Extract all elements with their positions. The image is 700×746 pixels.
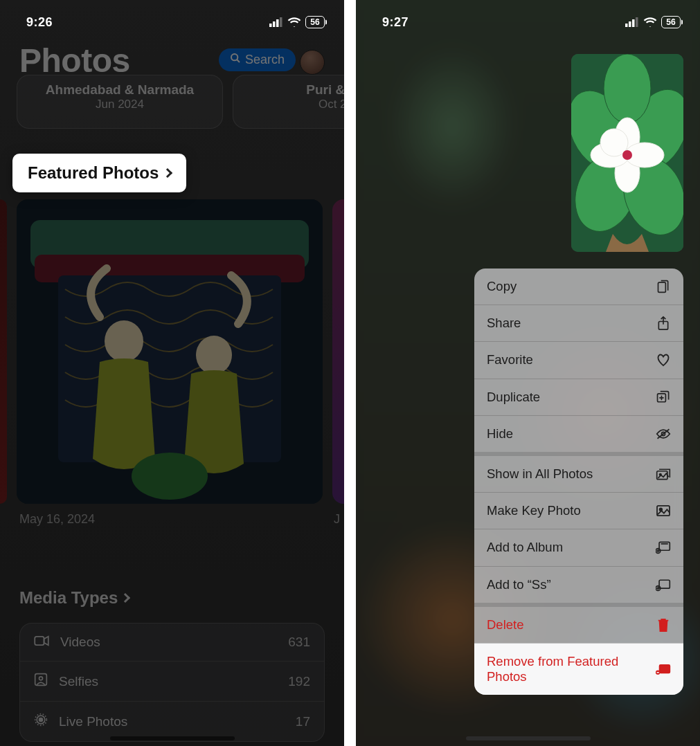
cellular-icon	[269, 17, 283, 27]
context-menu: Copy Share Favorite Duplicate Hide Show …	[474, 269, 683, 695]
status-bar: 9:27 56	[356, 0, 700, 36]
menu-label: Add to Album	[487, 540, 563, 555]
menu-label: Hide	[487, 426, 513, 442]
menu-add-to-ss[interactable]: Add to “Ss”	[474, 566, 683, 603]
menu-label: Remove from Featured Photos	[487, 654, 632, 684]
dim-overlay	[0, 0, 344, 746]
wifi-icon	[287, 17, 301, 27]
menu-share[interactable]: Share	[474, 304, 683, 341]
menu-add-album[interactable]: Add to Album	[474, 529, 683, 565]
trash-icon	[656, 617, 671, 633]
menu-label: Make Key Photo	[487, 503, 581, 518]
menu-favorite[interactable]: Favorite	[474, 341, 683, 378]
share-icon	[656, 316, 671, 331]
menu-label: Copy	[487, 279, 517, 294]
svg-line-39	[658, 429, 670, 439]
eye-off-icon	[656, 426, 671, 442]
album-add-icon	[656, 540, 671, 555]
svg-rect-21	[632, 19, 635, 27]
svg-rect-22	[636, 17, 638, 27]
context-preview-photo[interactable]	[571, 54, 683, 252]
menu-remove-featured[interactable]: Remove from Featured Photos	[474, 643, 683, 695]
chevron-right-icon	[163, 168, 172, 178]
menu-label: Duplicate	[487, 390, 540, 405]
featured-photos-label: Featured Photos	[28, 163, 159, 183]
menu-label: Show in All Photos	[487, 466, 593, 482]
featured-photos-header[interactable]: Featured Photos	[12, 154, 186, 192]
menu-label: Favorite	[487, 352, 533, 367]
menu-label: Share	[487, 316, 521, 331]
heart-icon	[656, 352, 671, 367]
remove-featured-icon	[656, 662, 671, 677]
status-bar: 9:26 56	[0, 0, 344, 36]
photo-icon	[656, 503, 671, 518]
svg-point-34	[622, 150, 632, 160]
svg-rect-46	[659, 580, 670, 588]
home-indicator[interactable]	[466, 736, 591, 740]
status-icons: 56	[625, 16, 681, 28]
stack-icon	[656, 466, 671, 482]
svg-point-28	[604, 54, 651, 123]
svg-rect-48	[660, 665, 670, 673]
battery-indicator: 56	[305, 16, 325, 28]
menu-label: Add to “Ss”	[487, 577, 551, 592]
duplicate-icon	[656, 390, 671, 405]
screenshot-divider	[344, 0, 356, 746]
status-time: 9:27	[382, 15, 409, 30]
svg-rect-35	[658, 282, 666, 292]
menu-show-all[interactable]: Show in All Photos	[474, 452, 683, 492]
svg-rect-18	[280, 17, 282, 27]
copy-icon	[656, 279, 671, 294]
wifi-icon	[643, 17, 657, 27]
menu-key-photo[interactable]: Make Key Photo	[474, 492, 683, 529]
menu-hide[interactable]: Hide	[474, 415, 683, 452]
left-screenshot: Photos Search Ahmedabad & Narmada Jun 20…	[0, 0, 344, 746]
svg-rect-16	[273, 21, 276, 27]
svg-rect-19	[625, 24, 628, 27]
right-screenshot: 9:27 56	[356, 0, 700, 746]
menu-copy[interactable]: Copy	[474, 269, 683, 304]
menu-duplicate[interactable]: Duplicate	[474, 379, 683, 415]
menu-delete[interactable]: Delete	[474, 603, 683, 643]
svg-rect-17	[276, 19, 279, 27]
menu-label: Delete	[487, 617, 523, 633]
svg-rect-20	[629, 21, 631, 27]
status-time: 9:26	[26, 15, 53, 30]
status-icons: 56	[269, 16, 325, 28]
svg-rect-15	[269, 24, 272, 27]
battery-indicator: 56	[661, 16, 681, 28]
rect-add-icon	[656, 577, 671, 592]
cellular-icon	[625, 17, 639, 27]
